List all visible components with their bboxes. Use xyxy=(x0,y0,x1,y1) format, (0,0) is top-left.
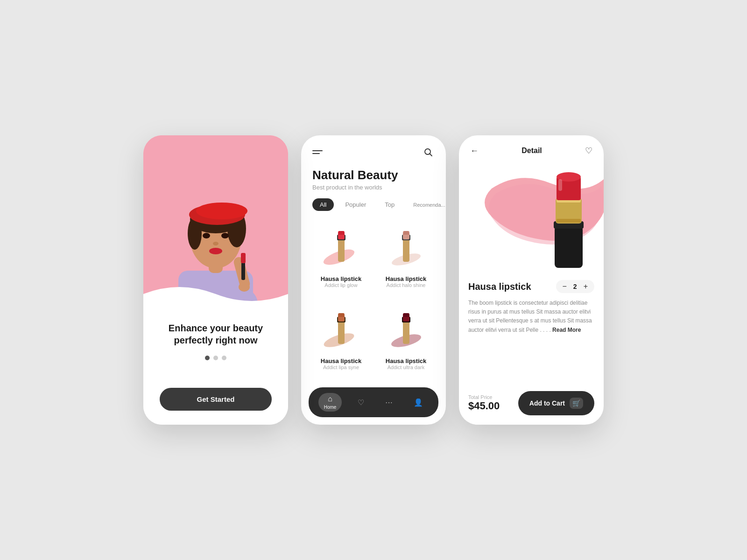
get-started-button[interactable]: Get Started xyxy=(160,388,272,411)
svg-point-9 xyxy=(196,203,247,219)
nav-profile[interactable]: 👤 xyxy=(408,396,429,409)
menu-icon[interactable] xyxy=(312,150,323,154)
back-button[interactable]: ← xyxy=(470,146,479,156)
quantity-increase[interactable]: + xyxy=(582,282,590,291)
nav-home-label: Home xyxy=(324,405,337,410)
profile-icon: 👤 xyxy=(414,398,423,407)
product-name-3: Hausa lipstick xyxy=(321,357,361,364)
svg-point-11 xyxy=(221,233,229,238)
svg-rect-26 xyxy=(403,238,409,262)
search-icon[interactable] xyxy=(422,146,435,159)
svg-rect-36 xyxy=(403,321,409,344)
product-sub-3: Addict lipa syne xyxy=(323,364,359,370)
filter-all[interactable]: All xyxy=(312,198,334,211)
svg-point-10 xyxy=(203,233,210,238)
svg-marker-39 xyxy=(403,313,409,317)
filter-populer[interactable]: Populer xyxy=(338,198,374,211)
product-name-2: Hausa lipstick xyxy=(386,275,426,282)
nav-home[interactable]: ⌂ Home xyxy=(318,393,342,412)
listing-title-section: Natural Beauty Best product in the world… xyxy=(301,163,446,198)
price-section: Total Price $45.00 xyxy=(468,394,500,412)
svg-point-12 xyxy=(213,242,218,245)
product-card-3[interactable]: Hausa lipstick Addict lipa syne xyxy=(309,301,374,383)
dot-2 xyxy=(213,356,218,360)
detail-header-title: Detail xyxy=(521,147,542,155)
svg-rect-47 xyxy=(558,179,562,191)
heart-icon: ♡ xyxy=(358,398,364,407)
cart-icon: 🛒 xyxy=(570,398,583,409)
wishlist-button[interactable]: ♡ xyxy=(585,146,592,156)
nav-messages[interactable]: ⋯ xyxy=(380,396,398,409)
onboarding-title: Enhance your beauty perfectly right now xyxy=(153,322,279,346)
hero-section xyxy=(143,135,288,313)
onboarding-content: Enhance your beauty perfectly right now … xyxy=(143,313,288,425)
svg-marker-29 xyxy=(403,231,409,235)
svg-point-13 xyxy=(209,248,222,254)
product-footer: Total Price $45.00 Add to Cart 🛒 xyxy=(459,385,604,425)
filter-recomenda[interactable]: Recomenda... xyxy=(406,199,446,210)
add-to-cart-button[interactable]: Add to Cart 🛒 xyxy=(518,391,594,415)
svg-point-15 xyxy=(239,282,250,292)
svg-rect-44 xyxy=(557,219,581,223)
product-name-4: Hausa lipstick xyxy=(386,357,426,364)
home-icon: ⌂ xyxy=(328,395,332,403)
total-price: $45.00 xyxy=(468,400,500,412)
quantity-value: 2 xyxy=(573,283,577,290)
product-sub-2: Addict halo shine xyxy=(387,282,426,288)
filter-top[interactable]: Top xyxy=(377,198,402,211)
product-hero-section xyxy=(459,161,604,273)
listing-title: Natural Beauty xyxy=(312,168,435,182)
svg-rect-17 xyxy=(241,253,246,263)
product-card-2[interactable]: Hausa lipstick Addict halo shine xyxy=(374,218,438,301)
svg-rect-16 xyxy=(241,261,245,280)
screen-onboarding: Enhance your beauty perfectly right now … xyxy=(143,135,288,425)
chat-icon: ⋯ xyxy=(385,398,393,407)
svg-marker-34 xyxy=(338,313,345,317)
listing-subtitle: Best product in the worlds xyxy=(312,184,435,191)
dot-1 xyxy=(205,356,210,360)
nav-favorites[interactable]: ♡ xyxy=(352,396,370,409)
product-info: Hausa lipstick − 2 + The boom lipstick i… xyxy=(459,273,604,385)
product-card-1[interactable]: Hausa lipstick Addict lip glow xyxy=(309,218,374,301)
filter-tabs: All Populer Top Recomenda... xyxy=(301,198,446,218)
products-grid: Hausa lipstick Addict lip glow Hausa lip… xyxy=(301,218,446,383)
bottom-nav: ⌂ Home ♡ ⋯ 👤 xyxy=(309,387,438,417)
product-name-1: Hausa lipstick xyxy=(321,275,361,282)
screen-detail: ← Detail ♡ xyxy=(459,135,604,425)
svg-rect-31 xyxy=(338,321,345,344)
quantity-decrease[interactable]: − xyxy=(561,282,569,291)
product-sub-1: Addict lip glow xyxy=(324,282,357,288)
listing-header xyxy=(301,135,446,163)
svg-marker-24 xyxy=(338,231,345,235)
read-more-link[interactable]: Read More xyxy=(552,327,581,333)
product-sub-4: Addict ultra dark xyxy=(388,364,424,370)
product-detail-name: Hausa lipstick xyxy=(468,281,531,292)
detail-header: ← Detail ♡ xyxy=(459,135,604,161)
svg-line-19 xyxy=(430,154,432,156)
svg-rect-21 xyxy=(338,238,345,262)
product-card-4[interactable]: Hausa lipstick Addict ultra dark xyxy=(374,301,438,383)
total-label: Total Price xyxy=(468,394,500,400)
quantity-control: − 2 + xyxy=(556,280,594,293)
dot-3 xyxy=(222,356,226,360)
svg-rect-40 xyxy=(555,226,583,268)
product-description: The boom lipstick is consectetur adipisc… xyxy=(468,299,594,335)
screen-listing: Natural Beauty Best product in the world… xyxy=(301,135,446,425)
